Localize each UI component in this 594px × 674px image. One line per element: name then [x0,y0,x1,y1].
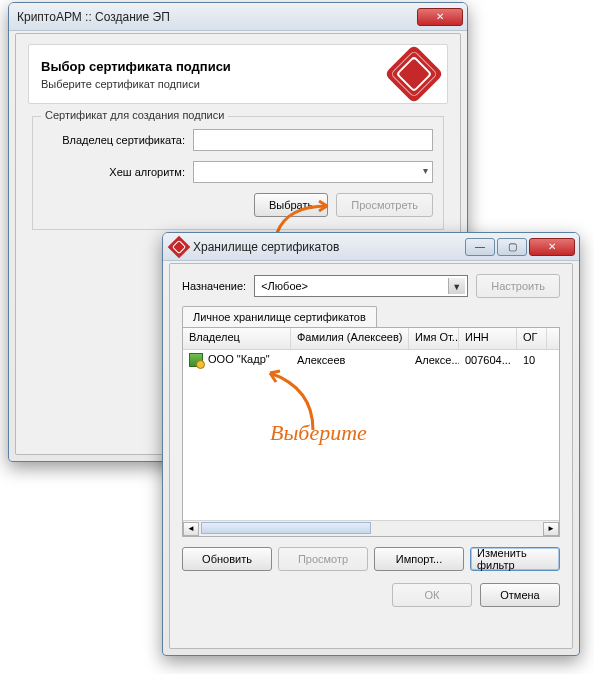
certificate-icon [189,353,203,367]
titlebar-1[interactable]: КриптоАРМ :: Создание ЭП ✕ [9,3,467,31]
table-row[interactable]: ООО "Кадр" Алексеев Алексе... 007604... … [183,350,559,370]
scroll-thumb[interactable] [201,522,371,534]
chevron-down-icon: ▼ [452,282,461,292]
refresh-button[interactable]: Обновить [182,547,272,571]
configure-button: Настроить [476,274,560,298]
owner-label: Владелец сертификата: [43,134,193,146]
scroll-left-icon[interactable]: ◄ [183,522,199,536]
view-button: Просмотреть [336,193,433,217]
minimize-icon[interactable]: — [465,238,495,256]
window1-title: КриптоАРМ :: Создание ЭП [17,10,417,24]
col-og[interactable]: ОГ [517,328,547,349]
owner-field[interactable] [193,129,433,151]
certificate-fieldset: Сертификат для создания подписи Владелец… [32,116,444,230]
maximize-icon[interactable]: ▢ [497,238,527,256]
tab-personal-store[interactable]: Личное хранилище сертификатов [182,306,377,327]
cell-surname: Алексеев [291,352,409,368]
window2-client: Назначение: <Любое> ▼ Настроить Личное х… [169,263,573,649]
cell-og: 10 [517,352,547,368]
cryptoarm-logo-icon [384,44,443,103]
cryptoarm-icon [168,235,191,258]
close-icon[interactable]: ✕ [417,8,463,26]
cell-owner: ООО "Кадр" [208,353,270,365]
wizard-title: Выбор сертификата подписи [41,59,393,74]
close-icon[interactable]: ✕ [529,238,575,256]
select-button[interactable]: Выбрать [254,193,328,217]
import-button[interactable]: Импорт... [374,547,464,571]
titlebar-2[interactable]: Хранилище сертификатов — ▢ ✕ [163,233,579,261]
purpose-combo[interactable]: <Любое> ▼ [254,275,468,297]
cancel-button[interactable]: Отмена [480,583,560,607]
col-inn[interactable]: ИНН [459,328,517,349]
view-cert-button: Просмотр [278,547,368,571]
hash-label: Хеш алгоритм: [43,166,193,178]
scroll-right-icon[interactable]: ► [543,522,559,536]
purpose-label: Назначение: [182,280,246,292]
certificate-list[interactable]: Владелец Фамилия (Алексеев) Имя От... ИН… [182,327,560,537]
fieldset-legend: Сертификат для создания подписи [41,109,228,121]
column-headers[interactable]: Владелец Фамилия (Алексеев) Имя От... ИН… [183,328,559,350]
window-cert-store: Хранилище сертификатов — ▢ ✕ Назначение:… [162,232,580,656]
ok-button: ОК [392,583,472,607]
col-name[interactable]: Имя От... [409,328,459,349]
col-surname[interactable]: Фамилия (Алексеев) [291,328,409,349]
window2-title: Хранилище сертификатов [193,240,465,254]
cell-name: Алексе... [409,352,459,368]
change-filter-button[interactable]: Изменить фильтр [470,547,560,571]
col-owner[interactable]: Владелец [183,328,291,349]
purpose-value: <Любое> [261,280,308,292]
wizard-header: Выбор сертификата подписи Выберите серти… [28,44,448,104]
wizard-subtitle: Выберите сертификат подписи [41,78,393,90]
cell-inn: 007604... [459,352,517,368]
hash-combo[interactable] [193,161,433,183]
horizontal-scrollbar[interactable]: ◄ ► [183,520,559,536]
